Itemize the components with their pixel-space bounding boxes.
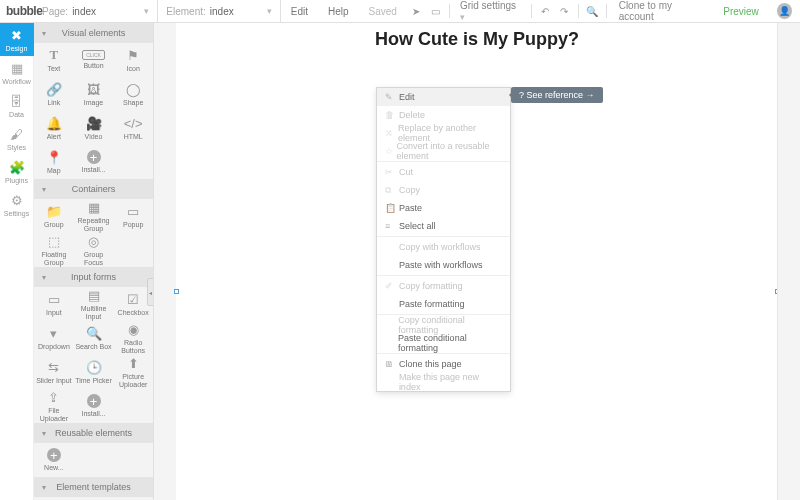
palette-map[interactable]: 📍Map bbox=[34, 145, 74, 179]
palette-new-reusable[interactable]: +New... bbox=[34, 443, 74, 477]
section-input-forms[interactable]: ▾Input forms bbox=[34, 267, 153, 287]
palette-slider[interactable]: ⇆Slider Input bbox=[34, 355, 74, 389]
palette-time-picker[interactable]: 🕒Time Picker bbox=[74, 355, 114, 389]
nav-workflow[interactable]: ▦Workflow bbox=[0, 56, 34, 89]
selection-handle-left[interactable] bbox=[174, 289, 179, 294]
context-item-paste-with-workflows[interactable]: Paste with workflows bbox=[377, 256, 510, 274]
data-icon: 🗄 bbox=[0, 94, 34, 109]
link-icon: 🔗 bbox=[46, 82, 62, 97]
context-item-paste-formatting[interactable]: Paste formatting bbox=[377, 295, 510, 313]
caret-down-icon: ▾ bbox=[42, 29, 46, 38]
dropdown-icon: ▾ bbox=[50, 326, 57, 341]
design-icon: ✖ bbox=[0, 28, 34, 43]
button-icon: CLICK bbox=[82, 50, 105, 60]
menu-item-label: Copy formatting bbox=[399, 281, 463, 291]
nav-data[interactable]: 🗄Data bbox=[0, 89, 34, 122]
context-item-paste-conditional-formatting[interactable]: Paste conditional formatting bbox=[377, 334, 510, 352]
palette-shape[interactable]: ◯Shape bbox=[113, 77, 153, 111]
input-icon: ▭ bbox=[48, 292, 60, 307]
menu-item-icon: ✂ bbox=[385, 167, 399, 177]
clone-button[interactable]: Clone to my account bbox=[611, 0, 714, 22]
workflow-icon: ▦ bbox=[0, 61, 34, 76]
plus-circle-icon: + bbox=[87, 150, 101, 164]
redo-icon[interactable]: ↷ bbox=[555, 6, 574, 17]
menu-item-label: Select all bbox=[399, 221, 436, 231]
slider-icon: ⇆ bbox=[48, 360, 59, 375]
section-containers[interactable]: ▾Containers bbox=[34, 179, 153, 199]
palette-text[interactable]: TText bbox=[34, 43, 74, 77]
menu-item-label: Copy conditional formatting bbox=[398, 315, 502, 335]
palette-input[interactable]: ▭Input bbox=[34, 287, 74, 321]
context-item-convert-into-a-reusable-element: ☆Convert into a reusable element bbox=[377, 142, 510, 160]
palette-group[interactable]: 📁Group bbox=[34, 199, 74, 233]
see-reference-tooltip[interactable]: ? See reference → bbox=[511, 87, 603, 103]
menu-item-icon: ⧉ bbox=[385, 185, 399, 196]
palette-multiline-input[interactable]: ▤Multiline Input bbox=[74, 287, 114, 321]
palette-install-visual[interactable]: +Install... bbox=[74, 145, 114, 179]
responsive-icon[interactable]: ▭ bbox=[426, 6, 445, 17]
palette-video[interactable]: 🎥Video bbox=[74, 111, 114, 145]
menu-item-icon: ✎ bbox=[385, 92, 399, 102]
page-selector[interactable]: Page: index ▾ bbox=[34, 0, 158, 22]
clock-icon: 🕒 bbox=[86, 360, 102, 375]
upload-file-icon: ⇪ bbox=[48, 390, 59, 405]
map-icon: 📍 bbox=[46, 150, 62, 165]
palette-alert[interactable]: 🔔Alert bbox=[34, 111, 74, 145]
context-item-clone-this-page[interactable]: 🗎Clone this page bbox=[377, 355, 510, 373]
palette-html[interactable]: </>HTML bbox=[113, 111, 153, 145]
pointer-tool-icon[interactable]: ➤ bbox=[407, 6, 426, 17]
nav-styles[interactable]: 🖌Styles bbox=[0, 122, 34, 155]
section-visual-elements[interactable]: ▾Visual elements bbox=[34, 23, 153, 43]
context-item-select-all[interactable]: ≡Select all bbox=[377, 217, 510, 235]
context-item-paste[interactable]: 📋Paste bbox=[377, 199, 510, 217]
avatar[interactable]: 👤 bbox=[777, 3, 792, 19]
context-item-copy-with-workflows: Copy with workflows bbox=[377, 238, 510, 256]
palette-link[interactable]: 🔗Link bbox=[34, 77, 74, 111]
context-item-delete: 🗑Delete bbox=[377, 106, 510, 124]
palette-searchbox[interactable]: 🔍Search Box bbox=[74, 321, 114, 355]
preview-button[interactable]: Preview bbox=[713, 6, 769, 17]
shape-icon: ◯ bbox=[126, 82, 141, 97]
palette-repeating-group[interactable]: ▦Repeating Group bbox=[74, 199, 114, 233]
palette-collapse-handle[interactable]: ◂ bbox=[147, 278, 154, 306]
flag-icon: ⚑ bbox=[127, 48, 139, 63]
caret-down-icon: ▾ bbox=[42, 429, 46, 438]
edit-menu[interactable]: Edit bbox=[281, 6, 318, 17]
page-heading: How Cute is My Puppy? bbox=[176, 29, 778, 50]
canvas[interactable]: How Cute is My Puppy? ✎Edit🗑Delete⤭Repla… bbox=[154, 23, 800, 500]
nav-plugins[interactable]: 🧩Plugins bbox=[0, 155, 34, 188]
help-menu[interactable]: Help bbox=[318, 6, 359, 17]
settings-icon: ⚙ bbox=[0, 193, 34, 208]
grid-settings[interactable]: Grid settings ▾ bbox=[454, 0, 527, 22]
palette-button[interactable]: CLICKButton bbox=[74, 43, 114, 77]
search-icon: 🔍 bbox=[86, 326, 102, 341]
menu-item-label: Replace by another element bbox=[398, 123, 502, 143]
context-item-copy-formatting: ✐Copy formatting bbox=[377, 277, 510, 295]
html-icon: </> bbox=[124, 116, 143, 131]
section-reusable[interactable]: ▾Reusable elements bbox=[34, 423, 153, 443]
selection-handle-right[interactable] bbox=[775, 289, 780, 294]
palette-radio[interactable]: ◉Radio Buttons bbox=[113, 321, 153, 355]
nav-design[interactable]: ✖Design bbox=[0, 23, 34, 56]
palette-picture-uploader[interactable]: ⬆Picture Uploader bbox=[113, 355, 153, 389]
palette-file-uploader[interactable]: ⇪File Uploader bbox=[34, 389, 74, 423]
palette-floating-group[interactable]: ⬚Floating Group bbox=[34, 233, 74, 267]
palette-dropdown[interactable]: ▾Dropdown bbox=[34, 321, 74, 355]
menu-item-icon: 🗎 bbox=[385, 359, 399, 369]
undo-icon[interactable]: ↶ bbox=[536, 6, 555, 17]
text-icon: T bbox=[50, 47, 59, 63]
search-icon[interactable]: 🔍 bbox=[583, 6, 602, 17]
palette-image[interactable]: 🖼Image bbox=[74, 77, 114, 111]
palette-icon[interactable]: ⚑Icon bbox=[113, 43, 153, 77]
palette-popup[interactable]: ▭Popup bbox=[113, 199, 153, 233]
palette-install-inputs[interactable]: +Install... bbox=[74, 389, 114, 423]
palette-group-focus[interactable]: ◎Group Focus bbox=[74, 233, 114, 267]
menu-item-icon: ⤭ bbox=[385, 128, 398, 138]
menu-item-icon: ≡ bbox=[385, 221, 399, 231]
page-label: Page: bbox=[42, 6, 68, 17]
grid-icon: ▦ bbox=[88, 200, 100, 215]
context-item-edit[interactable]: ✎Edit bbox=[377, 88, 510, 106]
element-selector[interactable]: Element: index ▾ bbox=[158, 0, 280, 22]
section-templates[interactable]: ▾Element templates bbox=[34, 477, 153, 497]
nav-settings[interactable]: ⚙Settings bbox=[0, 188, 34, 221]
